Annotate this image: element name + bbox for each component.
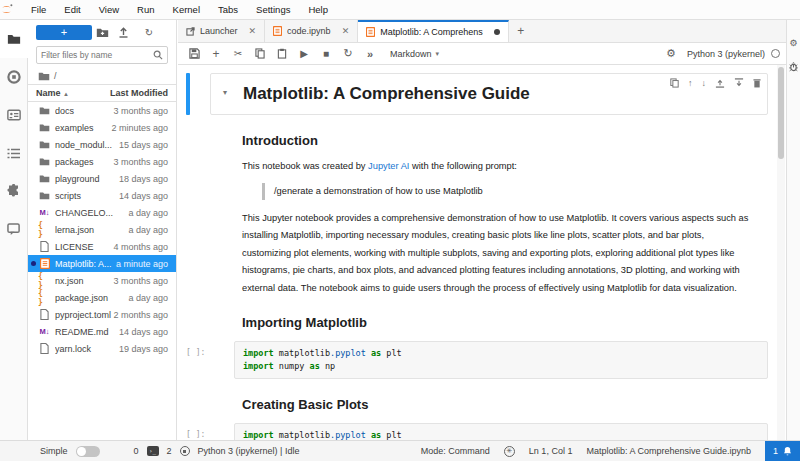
tab-launcher[interactable]: Launcher✕ <box>178 20 265 42</box>
accessibility-icon[interactable]: ✳ <box>504 446 515 457</box>
new-launcher-button[interactable]: + <box>36 25 92 40</box>
command-mode-indicator[interactable]: Mode: Command <box>421 446 490 456</box>
running-kernels-icon[interactable] <box>0 58 28 96</box>
file-row[interactable]: { }nx.json3 months ago <box>28 272 176 289</box>
code-cell-imports-2[interactable]: [ ]: import matplotlib.pyplot as pltimpo… <box>186 423 772 440</box>
file-filter-input[interactable] <box>41 50 153 60</box>
run-cell-icon[interactable]: ▶ <box>294 45 314 63</box>
kernel-status-text[interactable]: Python 3 (ipykernel) | Idle <box>198 446 300 456</box>
move-down-icon[interactable]: ↓ <box>702 78 707 88</box>
file-row[interactable]: pyproject.toml2 months ago <box>28 306 176 323</box>
menu-help[interactable]: Help <box>299 0 337 19</box>
terminal-icon: ›_ <box>147 446 159 456</box>
menu-tabs[interactable]: Tabs <box>209 0 247 19</box>
table-of-contents-icon[interactable] <box>0 134 28 172</box>
unsaved-dot[interactable] <box>494 29 500 35</box>
close-icon[interactable]: ✕ <box>249 26 257 36</box>
file-row[interactable]: docs3 months ago <box>28 102 176 119</box>
insert-cell-icon[interactable]: + <box>206 45 226 63</box>
file-modified-time: 18 days ago <box>119 174 168 184</box>
cell-collapser-icon[interactable]: ▾ <box>223 88 227 97</box>
file-row[interactable]: yarn.lock19 days ago <box>28 340 176 357</box>
file-row[interactable]: examples2 minutes ago <box>28 119 176 136</box>
folder-file-icon <box>38 191 51 200</box>
code-editor[interactable]: import matplotlib.pyplot as pltimport nu… <box>234 341 768 379</box>
kernel-name[interactable]: Python 3 (pykernel) <box>687 49 765 59</box>
copy-cells-icon[interactable] <box>250 45 270 63</box>
toolbar-overflow-icon[interactable]: ⚙ <box>661 45 681 63</box>
json-file-icon: { } <box>38 221 51 239</box>
menu-kernel[interactable]: Kernel <box>164 0 209 19</box>
file-name: CHANGELO... <box>55 208 128 218</box>
folder-file-icon <box>38 106 51 115</box>
file-row[interactable]: packages3 months ago <box>28 153 176 170</box>
paste-cells-icon[interactable] <box>272 45 292 63</box>
card-panel-icon[interactable] <box>0 96 28 134</box>
save-icon[interactable] <box>184 45 204 63</box>
insert-below-icon[interactable] <box>734 78 744 88</box>
column-last-modified[interactable]: Last Modified <box>110 88 168 98</box>
cursor-position[interactable]: Ln 1, Col 1 <box>529 446 573 456</box>
markdown-cell-title[interactable]: ▾ Matplotlib: A Comprehensive Guide ↑ ↓ <box>186 73 772 115</box>
delete-cell-icon[interactable] <box>753 78 761 88</box>
menu-edit[interactable]: Edit <box>55 0 89 19</box>
file-row[interactable]: M↓README.md14 days ago <box>28 323 176 340</box>
file-row[interactable]: scripts14 days ago <box>28 187 176 204</box>
intro-heading: Introduction <box>242 133 772 148</box>
file-row[interactable]: LICENSE4 months ago <box>28 238 176 255</box>
json-file-icon: { } <box>38 272 51 290</box>
menu-view[interactable]: View <box>90 0 128 19</box>
refresh-icon[interactable]: ↻ <box>140 27 158 38</box>
json-file-icon: { } <box>38 289 51 307</box>
duplicate-cell-icon[interactable] <box>670 78 679 88</box>
column-name[interactable]: Name ▲ <box>36 88 110 98</box>
kernel-status-icon[interactable] <box>771 49 780 58</box>
menu-run[interactable]: Run <box>128 0 163 19</box>
file-modified-time: a minute ago <box>116 259 168 269</box>
code-editor[interactable]: import matplotlib.pyplot as pltimport nu… <box>234 423 768 440</box>
kernels-count[interactable]: 2 <box>167 446 172 456</box>
notebook-scrollbar[interactable] <box>777 65 785 440</box>
file-browser-icon[interactable] <box>0 20 28 58</box>
menu-file[interactable]: File <box>22 0 55 19</box>
notifications-badge[interactable]: 1 <box>765 441 800 461</box>
new-tab-button[interactable]: + <box>509 20 533 42</box>
launcher-icon <box>186 27 195 36</box>
importing-heading: Importing Matplotlib <box>242 315 772 330</box>
terminals-count[interactable]: 0 <box>134 446 139 456</box>
file-row[interactable]: node_modul...15 days ago <box>28 136 176 153</box>
move-up-icon[interactable]: ↑ <box>688 78 693 88</box>
jupyter-ai-link[interactable]: Jupyter AI <box>368 161 409 171</box>
simple-mode-toggle[interactable] <box>76 446 100 457</box>
property-inspector-icon[interactable]: ⚙ <box>789 38 797 48</box>
file-name: examples <box>55 123 111 133</box>
file-browser-toolbar: + ↻ <box>28 20 176 44</box>
file-row[interactable]: { }lerna.jsona day ago <box>28 221 176 238</box>
restart-kernel-icon[interactable]: ↻ <box>338 45 358 63</box>
extension-manager-icon[interactable] <box>0 172 28 210</box>
code-cell-imports-1[interactable]: [ ]: import matplotlib.pyplot as pltimpo… <box>186 341 772 379</box>
file-row[interactable]: { }package.jsona day ago <box>28 289 176 306</box>
menu-settings[interactable]: Settings <box>247 0 299 19</box>
cell-type-dropdown[interactable]: Markdown ▾ <box>382 49 447 59</box>
file-filter-box[interactable] <box>36 46 168 64</box>
new-folder-icon[interactable] <box>96 27 114 38</box>
scrollbar-thumb[interactable] <box>778 67 784 159</box>
breadcrumb-root[interactable]: / <box>54 71 57 81</box>
interrupt-kernel-icon[interactable]: ■ <box>316 45 336 63</box>
restart-run-all-icon[interactable]: » <box>360 45 380 63</box>
file-row[interactable]: playground18 days ago <box>28 170 176 187</box>
tab-code-ipynb[interactable]: code.ipynb✕ <box>265 20 358 42</box>
upload-icon[interactable] <box>118 27 136 38</box>
insert-above-icon[interactable] <box>715 78 725 88</box>
tab-matplotlib-a-comprehens[interactable]: Matplotlib: A Comprehens <box>358 20 509 42</box>
notebook-content: ▾ Matplotlib: A Comprehensive Guide ↑ ↓ <box>178 65 786 440</box>
file-name: lerna.json <box>55 225 128 235</box>
close-icon[interactable]: ✕ <box>342 26 350 36</box>
cut-cells-icon[interactable]: ✂ <box>228 45 248 63</box>
debugger-icon[interactable] <box>789 62 798 72</box>
breadcrumb[interactable]: / <box>28 68 176 84</box>
file-row[interactable]: Matplotlib: A...a minute ago <box>28 255 176 272</box>
chat-icon[interactable] <box>0 210 28 248</box>
file-row[interactable]: M↓CHANGELO...a day ago <box>28 204 176 221</box>
